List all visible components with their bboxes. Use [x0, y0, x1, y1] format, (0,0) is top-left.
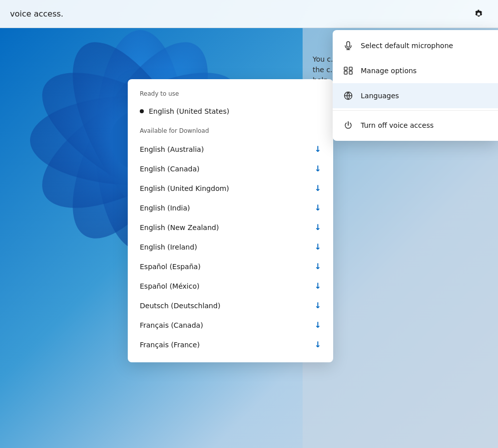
lang-item-fr-ca[interactable]: Français (Canada) ↓: [128, 315, 333, 335]
download-icon-en-ie: ↓: [315, 242, 321, 252]
lang-item-left: English (United States): [140, 107, 229, 115]
select-microphone-label: Select default microphone: [361, 42, 453, 50]
download-icon-en-uk: ↓: [315, 183, 321, 193]
lang-label-fr-ca: Français (Canada): [140, 321, 203, 329]
lang-label-fr-fr: Français (France): [140, 341, 200, 349]
lang-label-en-in: English (India): [140, 204, 190, 212]
dropdown-menu: Select default microphone Manage options…: [333, 30, 498, 141]
download-icon-fr-fr: ↓: [315, 340, 321, 349]
lang-label-en-au: English (Australia): [140, 145, 204, 153]
lang-label-en-uk: English (United Kingdom): [140, 184, 229, 192]
lang-item-en-au[interactable]: English (Australia) ↓: [128, 139, 333, 159]
languages-label: Languages: [361, 92, 399, 100]
menu-item-languages[interactable]: A Languages: [333, 83, 498, 108]
svg-text:A: A: [347, 92, 349, 95]
lang-label-en-nz: English (New Zealand): [140, 223, 219, 232]
microphone-icon: [343, 40, 354, 51]
lang-item-es-es[interactable]: Español (España) ↓: [128, 257, 333, 276]
lang-item-en-uk[interactable]: English (United Kingdom) ↓: [128, 178, 333, 198]
lang-item-en-ca[interactable]: English (Canada) ↓: [128, 159, 333, 178]
languages-icon: A: [343, 90, 354, 101]
download-icon-es-mx: ↓: [315, 281, 321, 291]
lang-item-en-nz[interactable]: English (New Zealand) ↓: [128, 217, 333, 237]
lang-label-es-mx: Español (México): [140, 282, 199, 290]
lang-label-en-ca: English (Canada): [140, 165, 199, 173]
lang-label-es-es: Español (España): [140, 263, 200, 271]
menu-item-select-microphone[interactable]: Select default microphone: [333, 33, 498, 58]
lang-label-en-us: English (United States): [149, 107, 229, 115]
languages-panel: Ready to use English (United States) Ava…: [128, 79, 333, 362]
svg-rect-9: [344, 67, 347, 70]
selected-dot: [140, 109, 144, 113]
settings-button[interactable]: [470, 5, 488, 23]
lang-label-en-ie: English (Ireland): [140, 243, 197, 251]
lang-item-de-de[interactable]: Deutsch (Deutschland) ↓: [128, 296, 333, 315]
topbar: voice access.: [0, 0, 498, 28]
lang-label-de-de: Deutsch (Deutschland): [140, 302, 220, 310]
download-icon-en-in: ↓: [315, 203, 321, 212]
menu-divider: [333, 110, 498, 111]
download-section-title: Available for Download: [128, 124, 333, 139]
menu-item-turn-off[interactable]: Turn off voice access: [333, 113, 498, 138]
download-icon-en-ca: ↓: [315, 164, 321, 173]
lang-item-es-mx[interactable]: Español (México) ↓: [128, 276, 333, 296]
power-icon: [343, 120, 354, 131]
manage-options-label: Manage options: [361, 67, 417, 75]
lang-item-en-in[interactable]: English (India) ↓: [128, 198, 333, 217]
menu-item-manage-options[interactable]: Manage options: [333, 58, 498, 83]
topbar-title: voice access.: [10, 9, 63, 19]
lang-item-en-ie[interactable]: English (Ireland) ↓: [128, 237, 333, 257]
download-icon-en-au: ↓: [315, 144, 321, 154]
download-icon-es-es: ↓: [315, 262, 321, 271]
lang-item-en-us[interactable]: English (United States): [128, 102, 333, 120]
download-icon-en-nz: ↓: [315, 222, 321, 232]
svg-rect-10: [349, 67, 352, 70]
download-icon-fr-ca: ↓: [315, 320, 321, 330]
turn-off-label: Turn off voice access: [361, 121, 433, 129]
gear-icon: [474, 9, 484, 19]
ready-section-title: Ready to use: [128, 87, 333, 102]
manage-icon: [343, 65, 354, 76]
download-icon-de-de: ↓: [315, 301, 321, 310]
svg-rect-12: [349, 71, 352, 74]
svg-rect-11: [344, 71, 347, 74]
lang-item-fr-fr[interactable]: Français (France) ↓: [128, 335, 333, 354]
